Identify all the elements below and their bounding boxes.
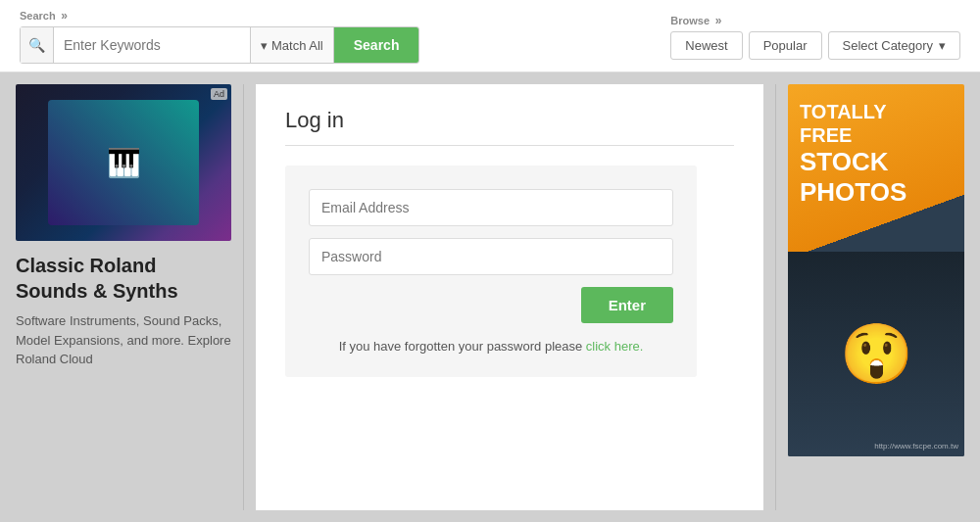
vertical-divider (243, 84, 244, 510)
select-category-dropdown[interactable]: Select Category ▾ (828, 31, 961, 60)
newest-button[interactable]: Newest (670, 31, 742, 60)
stock-ad-box: TOTALLY FREE STOCK PHOTOS 😲 http://www.f… (788, 84, 964, 456)
search-icon: 🔍 (21, 27, 54, 63)
forgot-password-link[interactable]: click here. (586, 339, 644, 354)
match-dropdown-arrow: ▾ (261, 38, 268, 53)
login-form-box: Enter If you have forgotten your passwor… (285, 166, 697, 377)
email-field[interactable] (309, 189, 673, 226)
person-face-image: 😲 (797, 261, 956, 446)
search-input[interactable] (54, 31, 250, 59)
match-all-dropdown[interactable]: ▾ Match All (250, 27, 334, 63)
watermark: http://www.fscpe.com.tw (874, 442, 958, 451)
ad-text: Classic Roland Sounds & Synths Software … (16, 253, 231, 369)
password-field-wrap (309, 238, 673, 275)
password-field[interactable] (309, 238, 673, 275)
forgot-password-text: If you have forgotten your password plea… (309, 339, 673, 354)
search-label: Search » (20, 8, 419, 23)
main-content: Ad 🎹 Classic Roland Sounds & Synths Soft… (0, 72, 980, 522)
popular-button[interactable]: Popular (749, 31, 822, 60)
login-title: Log in (285, 108, 734, 146)
browse-row: Newest Popular Select Category ▾ (670, 31, 960, 60)
right-ad-panel: TOTALLY FREE STOCK PHOTOS 😲 http://www.f… (788, 84, 964, 510)
login-panel: Log in Enter If you have forgotten your … (256, 84, 763, 510)
search-button[interactable]: Search (334, 27, 419, 63)
ad-image: Ad 🎹 (16, 84, 231, 241)
ad-title: Classic Roland Sounds & Synths (16, 253, 231, 304)
email-field-wrap (309, 189, 673, 226)
ad-badge: Ad (211, 88, 227, 100)
browse-label: Browse » (670, 13, 960, 27)
stock-ad-text: TOTALLY FREE STOCK PHOTOS (800, 100, 906, 208)
top-bar: Search » 🔍 ▾ Match All Search Browse » N… (0, 0, 980, 72)
stock-photo-person: 😲 (788, 252, 964, 456)
search-row: 🔍 ▾ Match All Search (20, 26, 419, 64)
category-dropdown-arrow: ▾ (939, 38, 946, 53)
vertical-divider-right (775, 84, 776, 510)
search-section: Search » 🔍 ▾ Match All Search (20, 8, 419, 64)
enter-button[interactable]: Enter (581, 287, 673, 323)
browse-section: Browse » Newest Popular Select Category … (670, 13, 960, 60)
ad-description: Software Instruments, Sound Packs, Model… (16, 311, 231, 369)
left-ad-panel: Ad 🎹 Classic Roland Sounds & Synths Soft… (16, 84, 231, 510)
ad-product-image: 🎹 (48, 100, 199, 225)
